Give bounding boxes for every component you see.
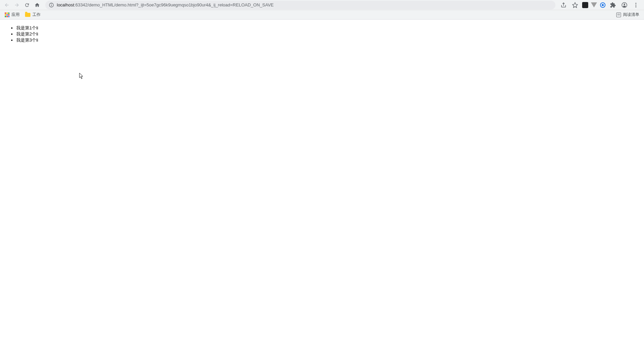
forward-button[interactable] — [12, 0, 22, 10]
profile-button[interactable] — [620, 0, 629, 10]
dots-vertical-icon — [633, 2, 639, 8]
share-icon — [560, 2, 567, 8]
list-item: 我是第2个li — [16, 31, 641, 37]
apps-grid-icon — [5, 13, 9, 17]
star-icon — [572, 2, 578, 8]
cursor-icon — [79, 73, 84, 79]
page-content: 我是第1个li 我是第2个li 我是第3个li — [0, 20, 644, 49]
reading-list-label: 阅读清单 — [623, 12, 639, 18]
browser-toolbar: localhost:63342/demo_HTML/demo.html?_ijt… — [0, 0, 644, 10]
svg-point-6 — [636, 4, 637, 5]
bookmarks-bar: 应用 工作 阅读清单 — [0, 10, 644, 20]
menu-button[interactable] — [631, 0, 641, 10]
extension-github-icon[interactable] — [582, 2, 589, 8]
reload-icon — [24, 2, 30, 8]
home-button[interactable] — [32, 0, 42, 10]
bookmark-folder-work[interactable]: 工作 — [23, 10, 43, 19]
url-host: localhost — [57, 2, 74, 7]
folder-icon — [25, 13, 30, 17]
toolbar-right — [559, 0, 642, 10]
svg-point-5 — [636, 3, 637, 4]
arrow-left-icon — [4, 2, 9, 8]
bookmark-star-button[interactable] — [570, 0, 580, 10]
extension-target-icon[interactable] — [599, 2, 606, 8]
bookmark-folder-label: 工作 — [32, 12, 41, 18]
address-bar[interactable]: localhost:63342/demo_HTML/demo.html?_ijt… — [45, 1, 555, 9]
bookmarks-left: 应用 工作 — [3, 10, 43, 19]
site-info-icon[interactable] — [49, 2, 54, 8]
url-text: localhost:63342/demo_HTML/demo.html?_ijt… — [57, 2, 274, 7]
url-path: :63342/demo_HTML/demo.html?_ijt=5oe7gc96… — [74, 2, 273, 7]
list-item: 我是第3个li — [16, 37, 641, 43]
apps-label: 应用 — [11, 12, 20, 18]
home-icon — [34, 2, 40, 8]
arrow-right-icon — [14, 2, 20, 8]
extensions-button[interactable] — [608, 0, 618, 10]
back-button[interactable] — [2, 0, 11, 10]
content-list: 我是第1个li 我是第2个li 我是第3个li — [3, 25, 641, 44]
svg-point-7 — [636, 6, 637, 7]
reading-list-icon — [616, 13, 621, 17]
list-item: 我是第1个li — [16, 25, 641, 31]
svg-point-4 — [624, 3, 625, 5]
reload-button[interactable] — [22, 0, 32, 10]
reading-list-button[interactable]: 阅读清单 — [614, 10, 641, 19]
svg-rect-1 — [51, 4, 51, 6]
share-button[interactable] — [559, 0, 568, 10]
extension-vue-icon[interactable] — [591, 2, 597, 8]
puzzle-icon — [610, 2, 616, 8]
apps-button[interactable]: 应用 — [3, 10, 22, 19]
svg-rect-2 — [51, 4, 51, 4]
person-icon — [621, 2, 627, 8]
